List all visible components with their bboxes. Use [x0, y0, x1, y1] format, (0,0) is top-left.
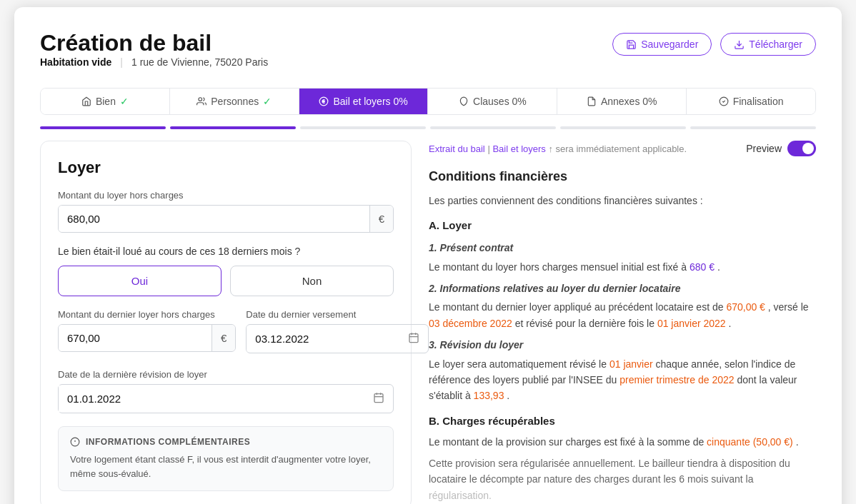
dernier-versement-group: Date du dernier versement	[246, 309, 429, 365]
section-a-heading: A. Loyer	[429, 217, 816, 234]
loyer-currency: €	[369, 206, 393, 232]
tab-clauses[interactable]: Clauses 0%	[428, 89, 557, 114]
conditions-intro: Les parties conviennent des conditions f…	[429, 193, 816, 208]
download-button[interactable]: Télécharger	[720, 33, 816, 56]
two-col-fields: Montant du dernier loyer hors charges € …	[58, 309, 394, 365]
preview-toggle-row: Preview	[746, 141, 816, 156]
revision-field-group: Date de la dernière révision de loyer	[58, 369, 394, 413]
tab-finalisation[interactable]: Finalisation	[687, 89, 815, 114]
svg-rect-8	[374, 394, 383, 403]
dernier-versement-input-row	[246, 324, 429, 353]
question-label: Le bien était-il loué au cours de ces 18…	[58, 246, 394, 257]
bien-check-icon: ✓	[120, 96, 129, 107]
header-buttons: Sauvegarder Télécharger	[612, 33, 816, 56]
question-group: Le bien était-il loué au cours de ces 18…	[58, 246, 394, 296]
info-icon	[70, 437, 80, 447]
tab-bail[interactable]: Bail et loyers 0%	[299, 89, 429, 114]
tabs-row: Bien ✓ Personnes ✓ Bail et loyers 0% Cla…	[40, 88, 816, 115]
progress-row	[40, 126, 816, 129]
dernier-versement-input[interactable]	[247, 326, 399, 352]
subsection-1: 1. Présent contrat	[429, 240, 816, 256]
dernier-loyer-label: Montant du dernier loyer hors charges	[58, 309, 236, 320]
conditions-title: Conditions financières	[429, 166, 816, 187]
progress-bar-6	[690, 126, 816, 129]
paragraph-3: Le loyer sera automatiquement révisé le …	[429, 356, 816, 404]
save-icon	[626, 39, 637, 50]
revision-month-highlight: 01 janvier	[609, 358, 653, 370]
revision-input-row	[58, 384, 394, 413]
clauses-icon	[459, 96, 469, 106]
preview-header: Extrait du bail | Bail et loyers ↑ sera …	[429, 141, 816, 156]
page-title: Création de bail	[40, 30, 268, 56]
svg-rect-4	[409, 334, 418, 343]
left-panel: Loyer Montant du loyer hors charges € Le…	[40, 141, 412, 504]
trimestre-highlight: premier trimestre de 2022	[619, 374, 734, 385]
subtitle-type: Habitation vide	[40, 56, 111, 68]
loyer-highlight: 680 €	[690, 261, 715, 273]
progress-bar-3	[300, 126, 426, 129]
info-box-header: INFORMATIONS COMPLÉMENTAIRES	[70, 437, 382, 447]
personnes-check-icon: ✓	[263, 96, 272, 107]
paragraph-2: Le montant du dernier loyer appliqué au …	[429, 299, 816, 331]
subtitle-address: 1 rue de Vivienne, 75020 Paris	[131, 56, 268, 68]
charges-highlight: cinquante (50,00 €)	[707, 436, 793, 448]
oui-button[interactable]: Oui	[58, 266, 222, 296]
main-window: Création de bail Habitation vide | 1 rue…	[14, 7, 842, 504]
loyer-field-group: Montant du loyer hors charges €	[58, 190, 394, 233]
section-b-heading: B. Charges récupérables	[429, 413, 816, 430]
tab-personnes[interactable]: Personnes ✓	[170, 89, 299, 114]
revision-label: Date de la dernière révision de loyer	[58, 369, 394, 380]
progress-bar-4	[430, 126, 556, 129]
main-content: Loyer Montant du loyer hors charges € Le…	[40, 141, 816, 504]
preview-label: Preview	[746, 143, 782, 154]
preview-content: Conditions financières Les parties convi…	[429, 166, 816, 503]
prev-loyer-highlight: 670,00 €	[726, 301, 765, 313]
calendar-icon-versement[interactable]	[399, 325, 428, 353]
toggle-knob	[802, 143, 814, 154]
progress-bar-2	[170, 126, 296, 129]
right-panel: Extrait du bail | Bail et loyers ↑ sera …	[429, 141, 816, 504]
versement-date-highlight: 03 décembre 2022	[429, 318, 512, 329]
paragraph-5: Cette provision sera régularisée annuell…	[429, 455, 816, 503]
indice-highlight: 133,93	[474, 390, 504, 401]
breadcrumb: Extrait du bail | Bail et loyers ↑ sera …	[429, 143, 687, 154]
calendar-icon-revision[interactable]	[364, 385, 393, 413]
subsection-2: 2. Informations relatives au loyer du de…	[429, 281, 816, 296]
non-button[interactable]: Non	[230, 266, 394, 296]
tab-bien[interactable]: Bien ✓	[41, 89, 170, 114]
annexes-icon	[587, 96, 597, 106]
breadcrumb-link2[interactable]: Bail et loyers	[492, 143, 545, 154]
dernier-loyer-input-row: €	[58, 324, 236, 352]
dernier-loyer-input[interactable]	[59, 325, 211, 351]
radio-buttons: Oui Non	[58, 266, 394, 296]
persons-icon	[196, 96, 206, 106]
subtitle-row: Habitation vide | 1 rue de Vivienne, 750…	[40, 56, 268, 68]
dernier-loyer-group: Montant du dernier loyer hors charges €	[58, 309, 236, 365]
save-button[interactable]: Sauvegarder	[612, 33, 712, 56]
svg-point-1	[199, 98, 202, 101]
preview-toggle[interactable]	[787, 141, 816, 156]
form-card: Loyer Montant du loyer hors charges € Le…	[40, 141, 412, 504]
euro-icon	[319, 96, 329, 106]
revision-date-highlight: 01 janvier 2022	[657, 318, 726, 329]
dernier-loyer-currency: €	[211, 325, 235, 351]
page-header: Création de bail Habitation vide | 1 rue…	[40, 30, 816, 82]
download-icon	[734, 39, 745, 50]
paragraph-4: Le montant de la provision sur charges e…	[429, 434, 816, 450]
finalisation-icon	[719, 96, 729, 106]
subsection-3: 3. Révision du loyer	[429, 337, 816, 353]
dernier-versement-label: Date du dernier versement	[246, 309, 429, 320]
info-box-text: Votre logement étant classé F, il vous e…	[70, 453, 382, 480]
home-icon	[81, 96, 91, 106]
info-header-text: INFORMATIONS COMPLÉMENTAIRES	[86, 437, 250, 447]
revision-input[interactable]	[59, 385, 364, 412]
progress-bar-1	[40, 126, 166, 129]
progress-bar-5	[560, 126, 686, 129]
breadcrumb-link1[interactable]: Extrait du bail	[429, 143, 485, 154]
info-box: INFORMATIONS COMPLÉMENTAIRES Votre logem…	[58, 426, 394, 491]
paragraph-1: Le montant du loyer hors charges mensuel…	[429, 259, 816, 275]
subtitle-divider: |	[120, 56, 123, 68]
loyer-label: Montant du loyer hors charges	[58, 190, 394, 201]
tab-annexes[interactable]: Annexes 0%	[557, 89, 687, 114]
loyer-input[interactable]	[59, 206, 369, 232]
